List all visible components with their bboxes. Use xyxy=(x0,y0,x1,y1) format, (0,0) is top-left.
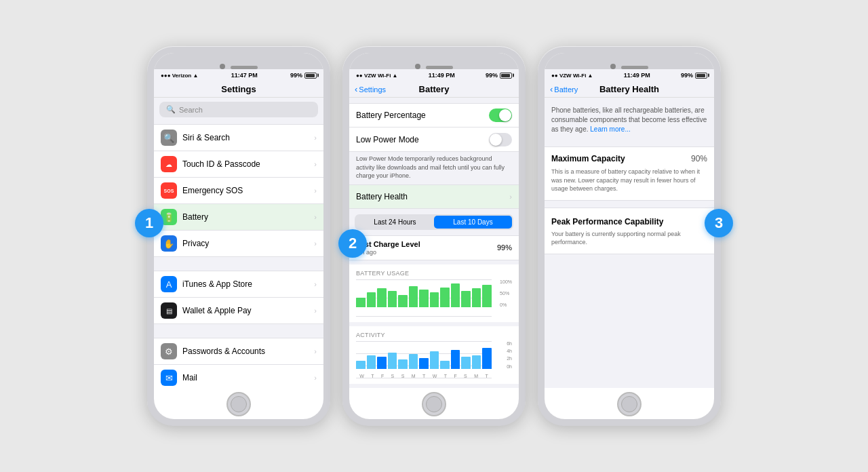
max-capacity-value: 90% xyxy=(691,154,707,163)
search-bar[interactable]: 🔍 Search xyxy=(159,102,318,117)
battery-label: Battery xyxy=(182,212,314,222)
bar-1 xyxy=(356,298,366,307)
battery-percentage-row[interactable]: Battery Percentage xyxy=(349,103,519,127)
battery-usage-chart: BATTERY USAGE 100% 50% 0% xyxy=(349,264,519,322)
usage-chart-bars xyxy=(356,281,492,307)
speaker-3 xyxy=(621,66,648,69)
settings-row-siri[interactable]: 🔍 Siri & Search › xyxy=(154,124,323,151)
battery-usage-title: BATTERY USAGE xyxy=(356,270,512,277)
settings-row-appstore[interactable]: A iTunes & App Store › xyxy=(154,271,323,298)
privacy-label: Privacy xyxy=(182,239,314,248)
nav-back-settings[interactable]: ‹ Settings xyxy=(355,84,386,94)
act-bar-13 xyxy=(482,348,492,369)
step-badge-2: 2 xyxy=(338,229,367,258)
learn-more-link[interactable]: Learn more... xyxy=(590,125,630,133)
search-placeholder: Search xyxy=(179,106,203,114)
speaker xyxy=(231,66,258,69)
settings-row-sos[interactable]: SOS Emergency SOS › xyxy=(154,178,323,204)
status-bar-3: ●● VZW Wi-Fi ▲ 11:49 PM 99% xyxy=(545,69,714,80)
battery-pct-row-label: Battery Percentage xyxy=(356,111,489,120)
activity-chart: ACTIVITY 6h 4h 2h 0h xyxy=(349,326,519,384)
low-power-toggle[interactable] xyxy=(489,133,512,146)
bar-10 xyxy=(451,283,460,307)
act-bar-11 xyxy=(461,357,471,369)
last-charge-section: Last Charge Level 2m ago 99% xyxy=(349,235,519,260)
battery-health-section: Battery Health › xyxy=(349,184,519,209)
appstore-label: iTunes & App Store xyxy=(182,279,314,289)
battery-health-label: Battery Health xyxy=(356,192,509,201)
act-bar-10 xyxy=(451,350,460,368)
max-capacity-desc: This is a measure of battery capacity re… xyxy=(551,168,707,193)
low-power-row[interactable]: Low Power Mode xyxy=(349,127,519,152)
settings-row-privacy[interactable]: ✋ Privacy › xyxy=(154,231,323,257)
phone-1: ●●● Verizon ▲ 11:47 PM 99% Settings 🔍 Se… xyxy=(147,46,330,426)
low-power-desc: Low Power Mode temporarily reduces backg… xyxy=(349,152,519,184)
home-button-2[interactable] xyxy=(422,392,446,416)
health-intro-text: Phone batteries, like all rechargeable b… xyxy=(551,106,707,134)
wallet-label: Wallet & Apple Pay xyxy=(182,306,314,315)
touchid-label: Touch ID & Passcode xyxy=(182,159,314,169)
mail-icon: ✉ xyxy=(161,370,177,386)
appstore-icon: A xyxy=(161,276,177,292)
privacy-icon: ✋ xyxy=(161,235,177,252)
scene: 1 ●●● Verizon ▲ 11:47 PM 99% xyxy=(147,46,721,426)
sos-icon: SOS xyxy=(161,182,177,199)
battery-pct-toggle[interactable] xyxy=(489,109,512,122)
last-charge-sub: 2m ago xyxy=(356,249,420,256)
back-arrow-icon: ‹ xyxy=(355,84,357,94)
segment-10d[interactable]: Last 10 Days xyxy=(434,216,512,229)
status-bar-1: ●●● Verizon ▲ 11:47 PM 99% xyxy=(154,69,323,80)
nav-back-battery[interactable]: ‹ Battery xyxy=(550,84,578,94)
bar-6 xyxy=(409,286,418,307)
phone-3: ●● VZW Wi-Fi ▲ 11:49 PM 99% ‹ Battery Ba… xyxy=(538,46,721,426)
battery-pct-3: 99% xyxy=(681,72,693,79)
act-bar-5 xyxy=(398,359,408,369)
settings-row-passwords[interactable]: ⚙ Passwords & Accounts › xyxy=(154,338,323,365)
battery-pct-2: 99% xyxy=(486,72,498,79)
act-bar-8 xyxy=(430,351,439,368)
last-charge-value: 99% xyxy=(497,243,512,252)
peak-label: Peak Performance Capability xyxy=(551,217,663,227)
settings-row-wallet[interactable]: ▤ Wallet & Apple Pay › xyxy=(154,298,323,324)
battery-pct-1: 99% xyxy=(290,72,302,79)
act-bar-9 xyxy=(440,361,450,369)
peak-desc: Your battery is currently supporting nor… xyxy=(551,230,707,247)
phone-top-hardware xyxy=(154,53,323,69)
bar-13 xyxy=(482,285,492,307)
passwords-icon: ⚙ xyxy=(161,343,177,359)
max-capacity-label: Maximum Capacity xyxy=(551,154,625,163)
nav-bar-1: Settings xyxy=(154,80,323,98)
settings-row-touchid[interactable]: ☁ Touch ID & Passcode › xyxy=(154,151,323,178)
back-label-battery: Battery xyxy=(554,85,578,94)
home-button-3[interactable] xyxy=(617,392,642,416)
screen-settings: 🔍 Search 🔍 Siri & Search › ☁ Touch ID & … xyxy=(154,98,323,388)
home-button-1[interactable] xyxy=(226,392,251,416)
settings-group-2: A iTunes & App Store › ▤ Wallet & Apple … xyxy=(154,271,323,324)
act-bar-12 xyxy=(472,355,481,369)
segment-control[interactable]: Last 24 Hours Last 10 Days xyxy=(355,214,513,230)
battery-health-row[interactable]: Battery Health › xyxy=(349,184,519,209)
battery-icon-2 xyxy=(500,73,512,79)
low-power-label: Low Power Mode xyxy=(356,135,489,144)
siri-icon: 🔍 xyxy=(161,130,177,146)
carrier-2: ●● VZW Wi-Fi ▲ xyxy=(356,73,398,79)
usage-pct-labels: 100% 50% 0% xyxy=(500,279,512,307)
search-icon: 🔍 xyxy=(166,105,176,114)
activity-chart-bars xyxy=(356,342,492,369)
screen-battery: Battery Percentage Low Power Mode Low Po… xyxy=(349,98,519,388)
speaker-2 xyxy=(426,66,453,69)
day-labels: W T F S S M T W T F S M T xyxy=(356,374,492,378)
siri-label: Siri & Search xyxy=(182,133,314,142)
mail-label: Mail xyxy=(182,373,314,382)
settings-row-mail[interactable]: ✉ Mail › xyxy=(154,365,323,388)
segment-24h[interactable]: Last 24 Hours xyxy=(356,216,434,229)
act-bar-4 xyxy=(388,353,397,368)
settings-row-battery[interactable]: 🔋 Battery › xyxy=(154,204,323,231)
act-bar-7 xyxy=(419,358,429,369)
front-camera xyxy=(220,64,225,69)
bar-8 xyxy=(430,292,439,307)
phone-top-hardware-2 xyxy=(349,53,519,69)
screen-battery-health: Phone batteries, like all rechargeable b… xyxy=(545,98,714,388)
act-bar-2 xyxy=(367,355,376,369)
front-camera-3 xyxy=(610,64,616,69)
